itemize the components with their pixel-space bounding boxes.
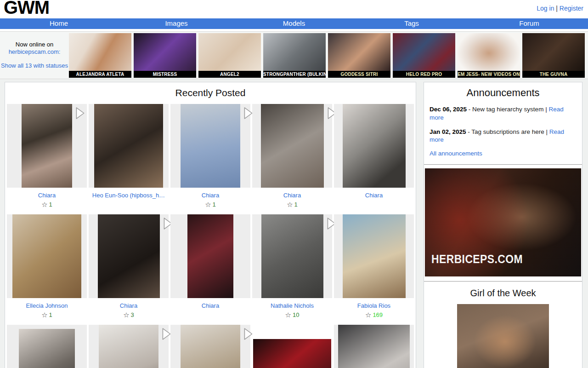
post-thumbnail[interactable] xyxy=(334,214,414,298)
post-thumbnail[interactable] xyxy=(252,104,332,188)
announcement-text: - Tag subscriptions are here | xyxy=(466,128,549,135)
star-count: 1 xyxy=(49,311,52,318)
star-rating[interactable]: ☆1 xyxy=(6,201,88,209)
model-name-link[interactable]: Chiara xyxy=(170,192,251,199)
herbiceps-banner-text: HERBICEPS.COM xyxy=(431,252,523,266)
post-card xyxy=(251,325,333,368)
girl-of-the-week-image[interactable] xyxy=(457,304,549,368)
post-image[interactable] xyxy=(343,214,406,298)
post-image[interactable] xyxy=(12,214,81,298)
post-card: Chiara xyxy=(333,104,415,209)
announcement-date: Jan 02, 2025 xyxy=(430,128,466,135)
divider xyxy=(424,281,582,282)
model-name-link[interactable]: Heo Eun-Soo (hipboss_h… xyxy=(88,192,170,199)
herbiceps-banner[interactable]: HERBICEPS.COM xyxy=(425,168,581,276)
main-nav: Home Images Models Tags Forum xyxy=(0,18,588,29)
model-name-link[interactable]: Chiara xyxy=(88,302,170,309)
auth-links: Log in | Register xyxy=(537,5,583,12)
post-thumbnail[interactable] xyxy=(170,325,250,368)
show-all-statuses-link[interactable]: Show all 13 with statuses xyxy=(1,62,68,69)
online-model-thumb[interactable]: EM JESS- NEW VIDEOS ON xyxy=(458,33,520,78)
star-icon: ☆ xyxy=(41,311,47,319)
post-image[interactable] xyxy=(99,325,158,368)
herbicepscam-link[interactable]: herbicepscam.com: xyxy=(9,48,61,55)
post-image[interactable] xyxy=(187,214,233,298)
recently-posted-title: Recently Posted xyxy=(5,87,416,98)
nav-images[interactable]: Images xyxy=(118,18,235,29)
post-image[interactable] xyxy=(261,214,323,298)
post-thumbnail[interactable] xyxy=(334,104,414,188)
register-link[interactable]: Register xyxy=(560,5,583,12)
post-thumbnail[interactable] xyxy=(252,214,332,298)
star-rating[interactable]: ☆3 xyxy=(88,311,170,319)
post-thumbnail[interactable] xyxy=(170,104,250,188)
model-name-link[interactable]: Chiara xyxy=(6,192,88,199)
star-count: 1 xyxy=(49,201,52,208)
post-card xyxy=(6,325,88,368)
all-announcements-link[interactable]: All announcements xyxy=(424,150,582,157)
online-model-name: STRONGPANTHER (BULKIN xyxy=(263,71,326,78)
model-name-link[interactable]: Fabiola Rios xyxy=(333,302,415,309)
post-image[interactable] xyxy=(19,329,75,368)
post-image[interactable] xyxy=(181,104,240,188)
model-name-link[interactable]: Ellecia Johnson xyxy=(6,302,88,309)
online-model-thumb[interactable]: THE GUVNA xyxy=(522,33,585,78)
post-image[interactable] xyxy=(343,104,406,188)
post-image[interactable] xyxy=(94,104,163,188)
announcement-item: Dec 06, 2025 - New tag hierarchy system … xyxy=(424,105,582,122)
online-model-thumb[interactable]: GODDESS SITRI xyxy=(328,33,390,78)
post-image[interactable] xyxy=(98,214,160,298)
online-model-name: MISTRESS xyxy=(134,71,196,78)
post-image[interactable] xyxy=(22,104,72,188)
online-model-name: HELO RED PRO xyxy=(393,71,455,78)
nav-home[interactable]: Home xyxy=(0,18,118,29)
post-image[interactable] xyxy=(261,104,324,188)
star-icon: ☆ xyxy=(123,311,129,319)
login-link[interactable]: Log in xyxy=(537,5,554,12)
nav-tags[interactable]: Tags xyxy=(353,18,470,29)
recently-posted-panel: Recently Posted Chiara ☆1 xyxy=(5,82,416,368)
post-thumbnail[interactable] xyxy=(89,325,169,368)
star-rating[interactable]: ☆1 xyxy=(6,311,88,319)
announcement-item: Jan 02, 2025 - Tag subscriptions are her… xyxy=(424,128,582,144)
post-thumbnail[interactable] xyxy=(252,325,332,368)
post-image[interactable] xyxy=(253,339,331,368)
post-image[interactable] xyxy=(181,325,240,368)
post-card: Fabiola Rios ☆169 xyxy=(333,214,415,319)
star-rating[interactable]: ☆169 xyxy=(333,311,415,319)
girl-of-the-week-title: Girl of the Week xyxy=(424,288,582,299)
post-thumbnail[interactable] xyxy=(170,214,250,298)
nav-models[interactable]: Models xyxy=(235,18,353,29)
online-model-thumb[interactable]: HELO RED PRO xyxy=(393,33,455,78)
post-thumbnail[interactable] xyxy=(7,214,87,298)
online-model-thumb[interactable]: STRONGPANTHER (BULKIN xyxy=(263,33,326,78)
star-icon: ☆ xyxy=(365,311,371,319)
online-model-name: ANGEL2 xyxy=(198,71,261,78)
post-thumbnail[interactable] xyxy=(89,214,169,298)
model-name-link[interactable]: Chiara xyxy=(170,302,251,309)
post-card xyxy=(88,325,170,368)
post-thumbnail[interactable] xyxy=(7,325,87,368)
star-rating[interactable]: ☆1 xyxy=(170,201,251,209)
online-model-name: ALEJANDRA ATLETA xyxy=(69,71,131,78)
spacer xyxy=(0,56,69,62)
online-model-thumb[interactable]: ANGEL2 xyxy=(198,33,261,78)
star-rating[interactable]: ☆1 xyxy=(251,201,333,209)
post-image[interactable] xyxy=(338,325,410,368)
post-thumbnail[interactable] xyxy=(7,104,87,188)
auth-divider: | xyxy=(556,5,558,12)
nav-forum[interactable]: Forum xyxy=(470,18,588,29)
model-name-link[interactable]: Chiara xyxy=(251,192,333,199)
star-count: 169 xyxy=(373,311,383,318)
post-card xyxy=(333,325,415,368)
model-name-link[interactable]: Chiara xyxy=(333,192,415,199)
post-thumbnail[interactable] xyxy=(89,104,169,188)
post-thumbnail[interactable] xyxy=(334,325,414,368)
star-rating[interactable]: ☆10 xyxy=(251,311,333,319)
site-logo[interactable]: GWM xyxy=(4,0,49,18)
online-model-thumb[interactable]: ALEJANDRA ATLETA xyxy=(69,33,131,78)
online-now-prefix: Now online on xyxy=(0,41,69,48)
model-name-link[interactable]: Nathalie Nichols xyxy=(251,302,333,309)
announcement-date: Dec 06, 2025 xyxy=(430,106,467,113)
online-model-thumb[interactable]: MISTRESS xyxy=(134,33,196,78)
